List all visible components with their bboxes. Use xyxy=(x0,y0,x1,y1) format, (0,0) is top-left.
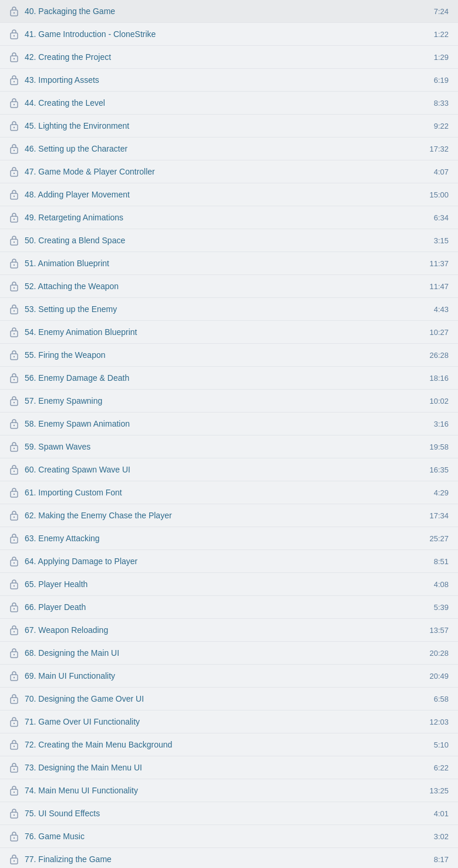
lesson-duration: 8:51 xyxy=(425,557,449,566)
lesson-title: 60. Creating Spawn Wave UI xyxy=(25,465,425,474)
lock-icon xyxy=(9,441,19,452)
lesson-duration: 6:22 xyxy=(425,763,449,772)
svg-point-13 xyxy=(14,150,15,151)
lesson-title: 52. Attaching the Weapon xyxy=(25,281,425,291)
list-item[interactable]: 57. Enemy Spawning10:02 xyxy=(0,390,458,413)
lock-icon xyxy=(9,625,19,635)
list-item[interactable]: 49. Retargeting Animations6:34 xyxy=(0,206,458,229)
svg-point-9 xyxy=(14,104,15,105)
list-item[interactable]: 40. Packaging the Game7:24 xyxy=(0,0,458,23)
lesson-duration: 6:58 xyxy=(425,695,449,703)
svg-point-35 xyxy=(14,402,15,403)
list-item[interactable]: 50. Creating a Blend Space3:15 xyxy=(0,229,458,252)
lock-icon xyxy=(9,98,19,108)
svg-point-39 xyxy=(14,448,15,449)
lesson-title: 75. UI Sound Effects xyxy=(25,809,425,818)
list-item[interactable]: 42. Creating the Project1:29 xyxy=(0,46,458,69)
lock-icon xyxy=(9,693,19,704)
lesson-title: 40. Packaging the Game xyxy=(25,6,425,16)
svg-point-3 xyxy=(14,35,15,36)
lesson-duration: 10:27 xyxy=(425,328,449,337)
lock-icon xyxy=(9,464,19,475)
svg-point-21 xyxy=(14,242,15,243)
lesson-duration: 15:00 xyxy=(425,190,449,199)
lock-icon xyxy=(9,52,19,62)
list-item[interactable]: 64. Applying Damage to Player8:51 xyxy=(0,550,458,573)
lesson-title: 50. Creating a Blend Space xyxy=(25,236,425,245)
list-item[interactable]: 59. Spawn Waves19:58 xyxy=(0,435,458,458)
list-item[interactable]: 65. Player Health4:08 xyxy=(0,573,458,596)
list-item[interactable]: 54. Enemy Animation Blueprint10:27 xyxy=(0,321,458,344)
list-item[interactable]: 48. Adding Player Movement15:00 xyxy=(0,183,458,206)
list-item[interactable]: 73. Designing the Main Menu UI6:22 xyxy=(0,756,458,779)
lock-icon xyxy=(9,648,19,658)
list-item[interactable]: 68. Designing the Main UI20:28 xyxy=(0,642,458,665)
list-item[interactable]: 62. Making the Enemy Chase the Player17:… xyxy=(0,504,458,527)
lesson-duration: 6:19 xyxy=(425,76,449,85)
list-item[interactable]: 58. Enemy Spawn Animation3:16 xyxy=(0,413,458,435)
lesson-title: 76. Game Music xyxy=(25,832,425,841)
list-item[interactable]: 61. Importing Custom Font4:29 xyxy=(0,481,458,504)
lesson-duration: 4:08 xyxy=(425,580,449,589)
lesson-duration: 5:10 xyxy=(425,740,449,749)
list-item[interactable]: 55. Firing the Weapon26:28 xyxy=(0,344,458,367)
lesson-duration: 11:37 xyxy=(425,259,449,268)
svg-point-7 xyxy=(14,81,15,82)
lesson-title: 54. Enemy Animation Blueprint xyxy=(25,327,425,337)
lesson-title: 45. Lighting the Environment xyxy=(25,121,425,130)
lesson-title: 41. Game Introduction - CloneStrike xyxy=(25,29,425,39)
svg-point-69 xyxy=(14,792,15,793)
lock-icon xyxy=(9,510,19,521)
svg-point-53 xyxy=(14,608,15,609)
list-item[interactable]: 76. Game Music3:02 xyxy=(0,825,458,848)
svg-point-49 xyxy=(14,562,15,564)
list-item[interactable]: 44. Creating the Level8:33 xyxy=(0,92,458,115)
list-item[interactable]: 53. Setting up the Enemy4:43 xyxy=(0,298,458,321)
list-item[interactable]: 43. Importing Assets6:19 xyxy=(0,69,458,92)
lesson-duration: 20:28 xyxy=(425,649,449,658)
lock-icon xyxy=(9,418,19,429)
list-item[interactable]: 56. Enemy Damage & Death18:16 xyxy=(0,367,458,390)
lesson-duration: 3:15 xyxy=(425,236,449,245)
list-item[interactable]: 46. Setting up the Character17:32 xyxy=(0,138,458,160)
lesson-duration: 26:28 xyxy=(425,351,449,360)
lesson-title: 44. Creating the Level xyxy=(25,98,425,108)
list-item[interactable]: 74. Main Menu UI Functionality13:25 xyxy=(0,779,458,802)
svg-point-71 xyxy=(14,815,15,816)
lock-icon xyxy=(9,166,19,177)
list-item[interactable]: 71. Game Over UI Functionality12:03 xyxy=(0,711,458,733)
svg-point-73 xyxy=(14,837,15,839)
list-item[interactable]: 51. Animation Blueprint11:37 xyxy=(0,252,458,275)
lock-icon xyxy=(9,716,19,727)
lesson-duration: 17:34 xyxy=(425,511,449,520)
list-item[interactable]: 72. Creating the Main Menu Background5:1… xyxy=(0,733,458,756)
list-item[interactable]: 75. UI Sound Effects4:01 xyxy=(0,802,458,825)
lesson-title: 43. Importing Assets xyxy=(25,75,425,85)
list-item[interactable]: 47. Game Mode & Player Controller4:07 xyxy=(0,160,458,183)
svg-point-23 xyxy=(14,264,15,266)
svg-point-17 xyxy=(14,196,15,197)
list-item[interactable]: 60. Creating Spawn Wave UI16:35 xyxy=(0,458,458,481)
lesson-title: 59. Spawn Waves xyxy=(25,442,425,451)
lesson-title: 65. Player Health xyxy=(25,579,425,589)
list-item[interactable]: 77. Finalizing the Game8:17 xyxy=(0,848,458,868)
lesson-title: 56. Enemy Damage & Death xyxy=(25,373,425,383)
svg-point-59 xyxy=(14,677,15,678)
list-item[interactable]: 63. Enemy Attacking25:27 xyxy=(0,527,458,550)
lock-icon xyxy=(9,671,19,681)
lock-icon xyxy=(9,762,19,773)
list-item[interactable]: 45. Lighting the Environment9:22 xyxy=(0,115,458,138)
svg-point-75 xyxy=(14,860,15,862)
list-item[interactable]: 69. Main UI Functionality20:49 xyxy=(0,665,458,688)
lock-icon xyxy=(9,304,19,314)
lesson-duration: 9:22 xyxy=(425,122,449,130)
list-item[interactable]: 70. Designing the Game Over UI6:58 xyxy=(0,688,458,711)
list-item[interactable]: 67. Weapon Reloading13:57 xyxy=(0,619,458,642)
lock-icon xyxy=(9,487,19,498)
list-item[interactable]: 52. Attaching the Weapon11:47 xyxy=(0,275,458,298)
lock-icon xyxy=(9,212,19,223)
lesson-duration: 20:49 xyxy=(425,672,449,681)
lock-icon xyxy=(9,739,19,750)
list-item[interactable]: 66. Player Death5:39 xyxy=(0,596,458,619)
list-item[interactable]: 41. Game Introduction - CloneStrike1:22 xyxy=(0,23,458,46)
